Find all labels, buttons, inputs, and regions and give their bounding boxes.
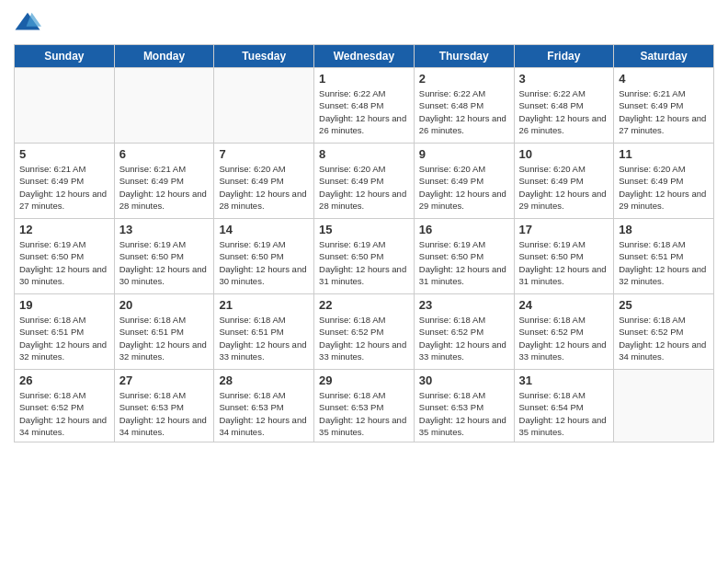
day-number: 12 <box>19 223 109 236</box>
day-info: Sunrise: 6:22 AM Sunset: 6:48 PM Dayligh… <box>419 87 509 136</box>
calendar-cell: 18Sunrise: 6:18 AM Sunset: 6:51 PM Dayli… <box>614 219 714 294</box>
page: SundayMondayTuesdayWednesdayThursdayFrid… <box>0 0 728 563</box>
calendar-cell: 1Sunrise: 6:22 AM Sunset: 6:48 PM Daylig… <box>314 68 415 144</box>
weekday-header: Friday <box>514 45 614 68</box>
calendar-week-row: 12Sunrise: 6:19 AM Sunset: 6:50 PM Dayli… <box>15 219 714 294</box>
day-number: 6 <box>119 147 210 161</box>
calendar: SundayMondayTuesdayWednesdayThursdayFrid… <box>14 44 714 442</box>
calendar-cell: 6Sunrise: 6:21 AM Sunset: 6:49 PM Daylig… <box>114 144 214 219</box>
day-number: 28 <box>219 373 309 387</box>
day-number: 10 <box>519 147 609 161</box>
calendar-cell: 22Sunrise: 6:18 AM Sunset: 6:52 PM Dayli… <box>314 294 415 370</box>
calendar-cell: 4Sunrise: 6:21 AM Sunset: 6:49 PM Daylig… <box>614 68 714 144</box>
day-number: 18 <box>619 223 709 236</box>
day-number: 1 <box>319 72 409 86</box>
day-info: Sunrise: 6:19 AM Sunset: 6:50 PM Dayligh… <box>19 238 109 287</box>
day-info: Sunrise: 6:18 AM Sunset: 6:52 PM Dayligh… <box>419 314 509 362</box>
day-info: Sunrise: 6:18 AM Sunset: 6:53 PM Dayligh… <box>419 389 509 438</box>
calendar-week-row: 26Sunrise: 6:18 AM Sunset: 6:52 PM Dayli… <box>15 370 714 442</box>
day-number: 13 <box>119 223 210 236</box>
weekday-header: Sunday <box>15 45 115 68</box>
day-info: Sunrise: 6:21 AM Sunset: 6:49 PM Dayligh… <box>119 163 210 212</box>
day-number: 23 <box>419 298 509 312</box>
day-number: 3 <box>519 72 609 86</box>
day-info: Sunrise: 6:18 AM Sunset: 6:51 PM Dayligh… <box>619 238 709 287</box>
day-info: Sunrise: 6:20 AM Sunset: 6:49 PM Dayligh… <box>319 163 409 212</box>
calendar-cell: 19Sunrise: 6:18 AM Sunset: 6:51 PM Dayli… <box>15 294 115 370</box>
day-number: 16 <box>419 223 509 236</box>
calendar-cell: 28Sunrise: 6:18 AM Sunset: 6:53 PM Dayli… <box>214 370 314 442</box>
calendar-cell: 26Sunrise: 6:18 AM Sunset: 6:52 PM Dayli… <box>15 370 115 442</box>
calendar-week-row: 5Sunrise: 6:21 AM Sunset: 6:49 PM Daylig… <box>15 144 714 219</box>
calendar-cell <box>114 68 214 144</box>
day-number: 4 <box>619 72 709 86</box>
day-info: Sunrise: 6:18 AM Sunset: 6:53 PM Dayligh… <box>119 389 210 438</box>
calendar-cell: 23Sunrise: 6:18 AM Sunset: 6:52 PM Dayli… <box>414 294 514 370</box>
day-number: 15 <box>319 223 409 236</box>
calendar-cell: 2Sunrise: 6:22 AM Sunset: 6:48 PM Daylig… <box>414 68 514 144</box>
calendar-cell: 30Sunrise: 6:18 AM Sunset: 6:53 PM Dayli… <box>414 370 514 442</box>
day-info: Sunrise: 6:19 AM Sunset: 6:50 PM Dayligh… <box>519 238 609 287</box>
day-number: 21 <box>219 298 309 312</box>
day-info: Sunrise: 6:22 AM Sunset: 6:48 PM Dayligh… <box>319 87 409 136</box>
day-info: Sunrise: 6:18 AM Sunset: 6:54 PM Dayligh… <box>519 389 609 438</box>
day-number: 26 <box>19 373 109 387</box>
day-number: 17 <box>519 223 609 236</box>
logo <box>14 9 45 37</box>
calendar-cell: 21Sunrise: 6:18 AM Sunset: 6:51 PM Dayli… <box>214 294 314 370</box>
calendar-cell: 31Sunrise: 6:18 AM Sunset: 6:54 PM Dayli… <box>514 370 614 442</box>
calendar-cell: 25Sunrise: 6:18 AM Sunset: 6:52 PM Dayli… <box>614 294 714 370</box>
day-info: Sunrise: 6:19 AM Sunset: 6:50 PM Dayligh… <box>219 238 309 287</box>
day-info: Sunrise: 6:18 AM Sunset: 6:52 PM Dayligh… <box>19 389 109 438</box>
day-info: Sunrise: 6:21 AM Sunset: 6:49 PM Dayligh… <box>19 163 109 212</box>
calendar-cell: 3Sunrise: 6:22 AM Sunset: 6:48 PM Daylig… <box>514 68 614 144</box>
day-number: 29 <box>319 373 409 387</box>
weekday-header-row: SundayMondayTuesdayWednesdayThursdayFrid… <box>15 45 714 68</box>
weekday-header: Tuesday <box>214 45 314 68</box>
day-info: Sunrise: 6:20 AM Sunset: 6:49 PM Dayligh… <box>219 163 309 212</box>
day-number: 24 <box>519 298 609 312</box>
day-number: 11 <box>619 147 709 161</box>
day-number: 14 <box>219 223 309 236</box>
day-info: Sunrise: 6:19 AM Sunset: 6:50 PM Dayligh… <box>319 238 409 287</box>
calendar-cell: 13Sunrise: 6:19 AM Sunset: 6:50 PM Dayli… <box>114 219 214 294</box>
calendar-cell: 29Sunrise: 6:18 AM Sunset: 6:53 PM Dayli… <box>314 370 415 442</box>
day-number: 9 <box>419 147 509 161</box>
calendar-cell: 12Sunrise: 6:19 AM Sunset: 6:50 PM Dayli… <box>15 219 115 294</box>
calendar-week-row: 1Sunrise: 6:22 AM Sunset: 6:48 PM Daylig… <box>15 68 714 144</box>
day-info: Sunrise: 6:22 AM Sunset: 6:48 PM Dayligh… <box>519 87 609 136</box>
day-info: Sunrise: 6:18 AM Sunset: 6:52 PM Dayligh… <box>519 314 609 362</box>
day-number: 5 <box>19 147 109 161</box>
day-number: 19 <box>19 298 109 312</box>
calendar-cell: 11Sunrise: 6:20 AM Sunset: 6:49 PM Dayli… <box>614 144 714 219</box>
weekday-header: Monday <box>114 45 214 68</box>
calendar-cell <box>214 68 314 144</box>
calendar-cell: 8Sunrise: 6:20 AM Sunset: 6:49 PM Daylig… <box>314 144 415 219</box>
calendar-cell: 15Sunrise: 6:19 AM Sunset: 6:50 PM Dayli… <box>314 219 415 294</box>
calendar-cell: 17Sunrise: 6:19 AM Sunset: 6:50 PM Dayli… <box>514 219 614 294</box>
weekday-header: Thursday <box>414 45 514 68</box>
day-info: Sunrise: 6:19 AM Sunset: 6:50 PM Dayligh… <box>419 238 509 287</box>
day-number: 30 <box>419 373 509 387</box>
day-info: Sunrise: 6:20 AM Sunset: 6:49 PM Dayligh… <box>619 163 709 212</box>
calendar-cell: 7Sunrise: 6:20 AM Sunset: 6:49 PM Daylig… <box>214 144 314 219</box>
day-number: 27 <box>119 373 210 387</box>
day-number: 31 <box>519 373 609 387</box>
calendar-cell: 20Sunrise: 6:18 AM Sunset: 6:51 PM Dayli… <box>114 294 214 370</box>
calendar-cell: 5Sunrise: 6:21 AM Sunset: 6:49 PM Daylig… <box>15 144 115 219</box>
day-number: 20 <box>119 298 210 312</box>
header <box>14 9 714 37</box>
day-info: Sunrise: 6:21 AM Sunset: 6:49 PM Dayligh… <box>619 87 709 136</box>
day-info: Sunrise: 6:18 AM Sunset: 6:53 PM Dayligh… <box>219 389 309 438</box>
day-number: 2 <box>419 72 509 86</box>
day-info: Sunrise: 6:20 AM Sunset: 6:49 PM Dayligh… <box>519 163 609 212</box>
day-info: Sunrise: 6:18 AM Sunset: 6:52 PM Dayligh… <box>319 314 409 362</box>
calendar-cell <box>15 68 115 144</box>
calendar-cell: 16Sunrise: 6:19 AM Sunset: 6:50 PM Dayli… <box>414 219 514 294</box>
day-info: Sunrise: 6:19 AM Sunset: 6:50 PM Dayligh… <box>119 238 210 287</box>
day-number: 22 <box>319 298 409 312</box>
calendar-cell: 9Sunrise: 6:20 AM Sunset: 6:49 PM Daylig… <box>414 144 514 219</box>
weekday-header: Wednesday <box>314 45 415 68</box>
calendar-cell: 24Sunrise: 6:18 AM Sunset: 6:52 PM Dayli… <box>514 294 614 370</box>
day-number: 25 <box>619 298 709 312</box>
